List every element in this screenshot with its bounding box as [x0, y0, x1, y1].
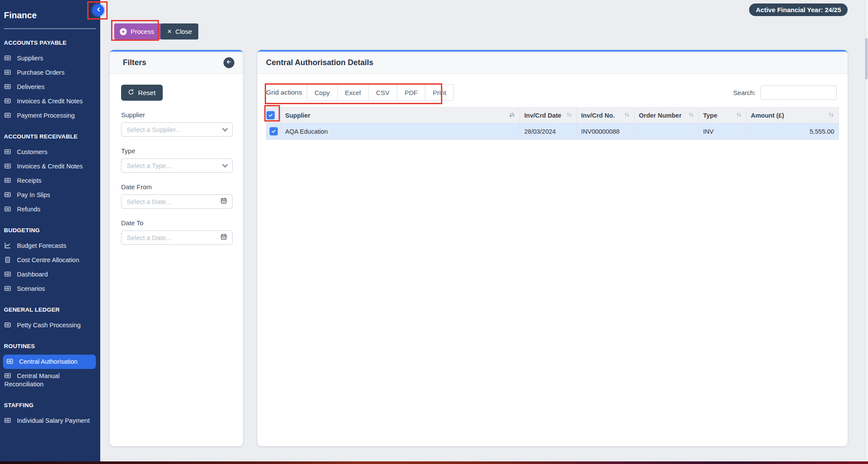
arrow-left-circle-icon [226, 59, 232, 66]
sidebar-item-label: Cost Centre Allocation [17, 257, 79, 263]
section-heading: STAFFING [0, 402, 100, 408]
csv-button[interactable]: CSV [368, 84, 397, 101]
column-header-order-number[interactable]: Order Number [635, 108, 699, 123]
date-to-input[interactable]: Select a Date... [121, 230, 233, 245]
sidebar-item-scenarios[interactable]: Scenarios [0, 282, 100, 296]
pdf-button[interactable]: PDF [397, 84, 425, 101]
close-button-label: Close [175, 28, 192, 35]
sidebar-section-routines: ROUTINES Central Authorisation Central M… [0, 343, 100, 392]
sidebar-item-central-authorisation[interactable]: Central Authorisation [3, 355, 96, 369]
card-list-icon [4, 112, 11, 118]
sidebar-item-central-manual-reconciliation[interactable]: Central Manual Reconciliation [0, 369, 100, 392]
plus-circle-icon: + [120, 28, 127, 35]
supplier-select[interactable]: Select a Supplier... [121, 122, 233, 137]
card-list-icon [4, 372, 11, 379]
table-header-row: Supplier Inv/Crd Date Inv/Crd No. O [266, 108, 839, 123]
date-from-input[interactable]: Select a Date... [121, 194, 233, 209]
row-checkbox[interactable] [270, 127, 278, 135]
sidebar-item-refunds[interactable]: Refunds [0, 202, 100, 217]
copy-button[interactable]: Copy [307, 84, 338, 101]
filters-collapse-button[interactable] [224, 57, 234, 68]
card-list-icon [4, 271, 11, 277]
card-list-icon [4, 163, 11, 169]
date-from-placeholder: Select a Date... [127, 198, 171, 205]
details-title: Central Authorisation Details [266, 58, 373, 67]
sidebar-item-purchase-orders[interactable]: Purchase Orders [0, 66, 100, 80]
column-header-inv-crd-date[interactable]: Inv/Crd Date [520, 108, 577, 123]
sidebar-item-label: Dashboard [17, 271, 48, 278]
column-header-supplier[interactable]: Supplier [281, 108, 520, 123]
sidebar-collapse-button[interactable] [92, 4, 104, 16]
sidebar-item-dashboard[interactable]: Dashboard [0, 267, 100, 282]
section-heading: ACCOUNTS PAYABLE [0, 39, 100, 46]
scrollbar-thumb[interactable] [865, 38, 868, 79]
sidebar-item-label: Pay In Slips [17, 191, 50, 198]
sidebar-item-pay-in-slips[interactable]: Pay In Slips [0, 188, 100, 202]
sidebar-item-payment-processing[interactable]: Payment Processing [0, 109, 100, 123]
cell-order-number [635, 123, 699, 140]
cell-inv-crd-no: INV00000088 [577, 123, 635, 140]
select-all-checkbox[interactable] [266, 111, 275, 119]
card-list-icon [7, 358, 13, 365]
filter-label-date-to: Date To [121, 219, 233, 227]
sidebar-item-label: Budget Forecasts [17, 242, 66, 249]
process-button[interactable]: + Process [114, 23, 162, 39]
sort-arrows-icon [736, 112, 742, 119]
reset-button[interactable]: Reset [121, 85, 163, 101]
chevron-down-icon [222, 162, 228, 168]
filters-panel: Filters Reset Supplier Select a Supplier… [110, 50, 243, 446]
column-header-type[interactable]: Type [699, 108, 746, 123]
grid-actions-label: Grid actions [266, 89, 302, 96]
card-list-icon [4, 206, 11, 212]
section-heading: GENERAL LEDGER [0, 306, 100, 313]
calendar-icon [220, 234, 227, 242]
sidebar-divider [4, 28, 96, 29]
column-header-amount[interactable]: Amount (£) [746, 108, 839, 123]
print-button[interactable]: Print [425, 84, 454, 101]
section-heading: BUDGETING [0, 227, 100, 234]
type-select[interactable]: Select a Type... [121, 158, 233, 173]
scrollbar-track[interactable] [865, 0, 868, 461]
sidebar-item-customers[interactable]: Customers [0, 145, 100, 159]
sidebar-item-invoices-credit-notes-ap[interactable]: Invoices & Credit Notes [0, 94, 100, 109]
sidebar-section-budgeting: BUDGETING Budget Forecasts Cost Centre A… [0, 227, 100, 296]
search-input[interactable] [760, 86, 837, 100]
sidebar-section-staffing: STAFFING Individual Salary Payment [0, 402, 100, 428]
sidebar-item-label: Petty Cash Processing [17, 322, 81, 329]
details-header: Central Authorisation Details [257, 52, 848, 74]
excel-button[interactable]: Excel [337, 84, 369, 101]
supplier-select-placeholder: Select a Supplier... [127, 126, 181, 133]
cell-supplier: AQA Education [281, 123, 520, 140]
grid-toolbar: Grid actions Copy Excel CSV PDF Print Se… [266, 84, 839, 101]
export-button-group: Copy Excel CSV PDF Print [307, 84, 454, 101]
sidebar-item-petty-cash-processing[interactable]: Petty Cash Processing [0, 318, 100, 332]
sidebar-section-general-ledger: GENERAL LEDGER Petty Cash Processing [0, 306, 100, 332]
sidebar-item-label: Deliveries [17, 83, 45, 90]
sidebar-item-label: Receipts [17, 177, 41, 184]
card-list-icon [4, 83, 11, 90]
reset-button-label: Reset [138, 89, 156, 97]
sidebar-item-label: Invoices & Credit Notes [17, 98, 83, 105]
refresh-icon [128, 89, 134, 97]
sidebar-item-label: Central Authorisation [19, 358, 78, 365]
app-title: Finance [0, 0, 100, 28]
search-area: Search: [733, 86, 837, 100]
sidebar-section-accounts-payable: ACCOUNTS PAYABLE Suppliers Purchase Orde… [0, 39, 100, 123]
search-label: Search: [733, 89, 756, 96]
desktop-edge [0, 461, 868, 464]
sidebar-item-deliveries[interactable]: Deliveries [0, 80, 100, 94]
column-header-inv-crd-no[interactable]: Inv/Crd No. [577, 108, 635, 123]
sidebar-item-receipts[interactable]: Receipts [0, 174, 100, 188]
close-button[interactable]: ✕ Close [161, 23, 198, 39]
section-heading: ACCOUNTS RECEIVABLE [0, 133, 100, 140]
sidebar-item-invoices-credit-notes-ar[interactable]: Invoices & Credit Notes [0, 159, 100, 174]
sidebar-item-individual-salary-payment[interactable]: Individual Salary Payment [0, 414, 100, 428]
card-list-icon [4, 285, 11, 292]
filters-body: Reset Supplier Select a Supplier... Type… [110, 74, 243, 245]
sidebar-item-budget-forecasts[interactable]: Budget Forecasts [0, 239, 100, 253]
card-list-icon [4, 177, 11, 184]
sidebar-item-cost-centre-allocation[interactable]: Cost Centre Allocation [0, 253, 100, 267]
sidebar-item-suppliers[interactable]: Suppliers [0, 51, 100, 66]
section-heading: ROUTINES [0, 343, 100, 349]
chevron-down-icon [222, 126, 228, 132]
